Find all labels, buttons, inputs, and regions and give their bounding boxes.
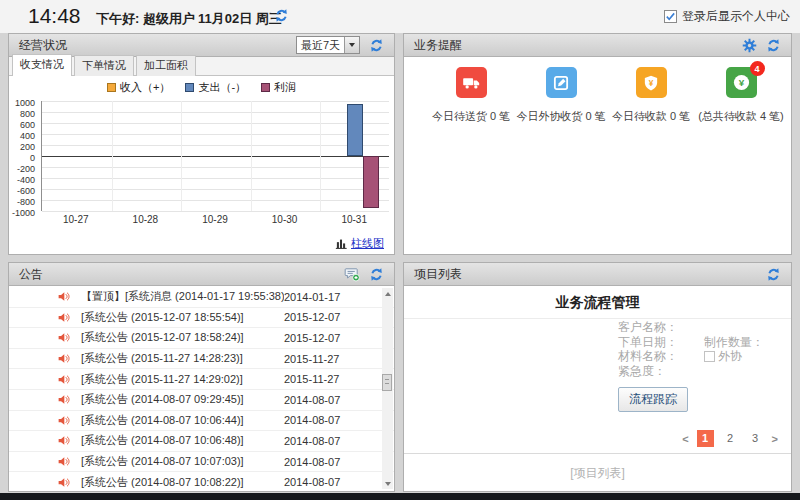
project-list-header: 项目列表 (404, 263, 791, 286)
gridline (42, 101, 389, 102)
svg-text:¥: ¥ (649, 78, 654, 87)
material-name-label: 材料名称： (618, 349, 678, 363)
next-page-arrow[interactable]: > (772, 433, 778, 445)
reminder-item-0[interactable]: 今日待送货 0 笔 (426, 67, 516, 124)
legend-swatch (261, 83, 270, 92)
page-button-2[interactable]: 2 (722, 430, 739, 447)
announcements-refresh-icon[interactable] (369, 267, 384, 282)
reminder-item-1[interactable]: 今日外协收货 0 笔 (516, 67, 606, 124)
gridline (42, 189, 389, 190)
personal-center-toggle[interactable]: 登录后显示个人中心 (664, 8, 790, 25)
reminder-item-3[interactable]: ¥ 4(总共待收款 4 笔) (696, 67, 786, 124)
announcement-date: 2014-08-07 (284, 394, 354, 406)
outsource-checkbox[interactable] (704, 351, 715, 362)
y-tick-label: 800 (20, 110, 35, 119)
speaker-icon (57, 476, 70, 489)
announcement-row[interactable]: [系统公告 (2014-08-07 10:06:48)]2014-08-07 (9, 431, 394, 452)
y-tick-label: 200 (20, 143, 35, 152)
reminder-label: (总共待收款 4 笔) (698, 109, 784, 124)
chart-tabs: 收支情况下单情况加工面积 (9, 57, 394, 76)
x-tick-label: 10-31 (319, 214, 389, 225)
reminders-refresh-icon[interactable] (766, 38, 781, 53)
scroll-up-arrow[interactable] (382, 288, 393, 299)
legend-label: 收入（+） (120, 80, 170, 95)
prev-page-arrow[interactable]: < (682, 433, 688, 445)
scrollbar-thumb[interactable] (382, 374, 392, 391)
add-announcement-icon[interactable] (344, 266, 360, 282)
personal-center-checkbox[interactable] (664, 10, 677, 23)
chart-tab-1[interactable]: 下单情况 (74, 55, 134, 76)
chart-type-link[interactable]: 柱线图 (351, 236, 384, 251)
announcements-scrollbar[interactable] (382, 288, 393, 489)
announcement-row[interactable]: [系统公告 (2015-11-27 14:28:23)]2015-11-27 (9, 349, 394, 370)
outsource-label: 外协 (718, 349, 742, 364)
y-tick-label: -200 (17, 165, 35, 174)
gridline (42, 112, 389, 113)
reminders-settings-gear-icon[interactable] (742, 38, 757, 53)
announcement-date: 2015-11-27 (284, 353, 354, 365)
grid-vline (251, 101, 252, 211)
gridline (42, 123, 389, 124)
announcement-date: 2014-08-07 (284, 456, 354, 468)
personal-center-label: 登录后显示个人中心 (682, 8, 790, 25)
chart-tab-0[interactable]: 收支情况 (12, 54, 72, 76)
topbar-refresh-icon[interactable] (274, 8, 289, 23)
grid-vline (181, 101, 182, 211)
announcement-date: 2014-01-17 (284, 291, 354, 303)
legend-item: 利润 (261, 80, 296, 95)
business-reminders-title: 业务提醒 (414, 37, 462, 54)
date-range-value: 最近7天 (297, 37, 344, 53)
chart-plot (41, 101, 389, 211)
reminder-label: 今日待送货 0 笔 (432, 109, 510, 124)
scroll-down-arrow[interactable] (382, 478, 393, 489)
speaker-icon (57, 311, 70, 324)
announcement-row[interactable]: [系统公告 (2015-12-07 18:58:24)]2015-12-07 (9, 328, 394, 349)
speaker-icon (57, 352, 70, 365)
speaker-icon (57, 414, 70, 427)
announcement-text: [系统公告 (2015-11-27 14:28:23)] (81, 351, 284, 366)
greeting-text: 下午好: 超级用户 (96, 10, 195, 28)
x-tick-label: 10-29 (180, 214, 250, 225)
announcement-row[interactable]: [系统公告 (2015-11-27 14:29:02)]2015-11-27 (9, 369, 394, 390)
announcement-row[interactable]: [系统公告 (2014-08-07 10:08:22)]2014-08-07 (9, 472, 394, 491)
legend-item: 支出（-） (185, 80, 246, 95)
announcement-row[interactable]: 【置顶】[系统消息 (2014-01-17 19:55:38)]2014-01-… (9, 287, 394, 308)
announcement-text: [系统公告 (2014-08-07 10:08:22)] (81, 475, 284, 490)
announcement-text: [系统公告 (2014-08-07 10:06:48)] (81, 433, 284, 448)
announcement-row[interactable]: [系统公告 (2015-12-07 18:55:54)]2015-12-07 (9, 308, 394, 329)
announcement-text: [系统公告 (2014-08-07 10:06:44)] (81, 413, 284, 428)
chart-y-axis: 10008006004002000-200-400-600-800-1000 (9, 101, 38, 211)
urgency-label: 紧急度： (618, 364, 666, 378)
page-button-1[interactable]: 1 (697, 430, 714, 447)
date-text: 11月02日 周三 (198, 10, 282, 28)
project-list-footer: [项目列表] (404, 465, 791, 482)
project-list-panel: 项目列表 业务流程管理 客户名称： 下单日期： 制作数量： 材料名称： 外协 (403, 262, 792, 492)
coin-yen-icon: ¥ 4 (726, 67, 757, 98)
y-tick-label: 400 (20, 132, 35, 141)
announcement-date: 2014-08-07 (284, 414, 354, 426)
y-tick-label: -600 (17, 187, 35, 196)
gridline (42, 145, 389, 146)
status-refresh-icon[interactable] (369, 38, 384, 53)
page-button-3[interactable]: 3 (747, 430, 764, 447)
speaker-icon (57, 373, 70, 386)
announcement-text: [系统公告 (2015-12-07 18:58:24)] (81, 330, 284, 345)
announcement-text: 【置顶】[系统消息 (2014-01-17 19:55:38)] (81, 289, 284, 304)
svg-text:¥: ¥ (738, 77, 744, 88)
x-tick-label: 10-30 (250, 214, 320, 225)
announcement-row[interactable]: [系统公告 (2014-08-07 09:29:45)]2014-08-07 (9, 390, 394, 411)
reminder-label: 今日待收款 0 笔 (612, 109, 690, 124)
announcement-row[interactable]: [系统公告 (2014-08-07 10:06:44)]2014-08-07 (9, 411, 394, 432)
y-tick-label: 0 (30, 154, 35, 163)
business-status-panel: 经营状况 最近7天 收支情况下单情况加工面积 收入（+）支出（-）利润 1000… (8, 33, 395, 255)
y-tick-label: -1000 (12, 209, 35, 218)
legend-swatch (185, 83, 194, 92)
process-track-button[interactable]: 流程跟踪 (618, 387, 688, 412)
gridline (42, 211, 389, 212)
chart-tab-2[interactable]: 加工面积 (136, 55, 196, 76)
chart-legend: 收入（+）支出（-）利润 (9, 76, 394, 99)
date-range-select[interactable]: 最近7天 (296, 36, 360, 54)
reminder-item-2[interactable]: ¥ 今日待收款 0 笔 (606, 67, 696, 124)
project-refresh-icon[interactable] (766, 267, 781, 282)
announcement-row[interactable]: [系统公告 (2014-08-07 10:07:03)]2014-08-07 (9, 452, 394, 473)
